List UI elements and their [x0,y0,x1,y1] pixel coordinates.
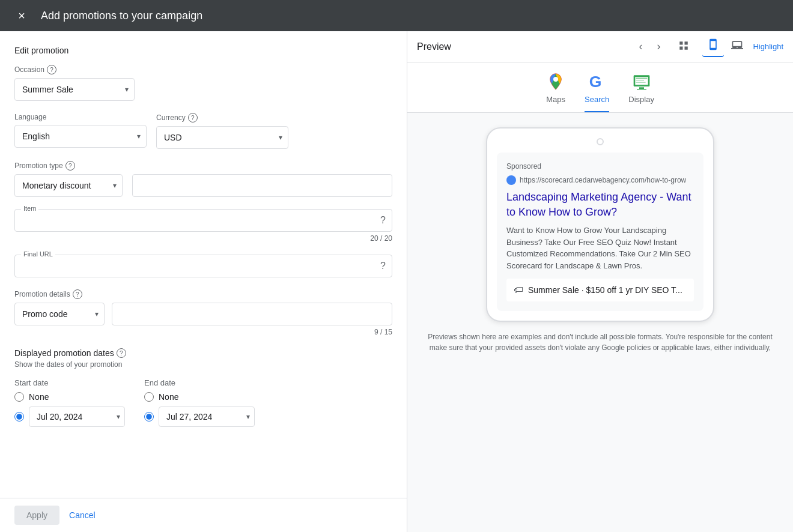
final-url-input[interactable]: https://offers.cedarwebagency.com/produc… [22,260,370,272]
promo-type-group: Promotion type ? Monetary discount Perce… [14,161,392,197]
right-panel: Preview ‹ › Highlight [407,31,793,532]
preview-prev-button[interactable]: ‹ [634,38,647,55]
modal-header: × Add promotions to your campaign [0,0,793,31]
url-field-label: Final URL [21,250,55,258]
tab-maps[interactable]: Maps [546,72,565,112]
svg-rect-1 [685,41,688,44]
promo-type-amount-row: Monetary discount Percent discount Up to… [14,174,392,197]
language-currency-row: Language English Spanish French ▾ Curren… [14,113,392,149]
url-help-icon[interactable]: ? [380,261,386,271]
svg-text:G: G [589,73,601,91]
phone-mockup: Sponsored https://scorecard.cedarwebagen… [486,127,714,322]
start-date-none-radio[interactable] [14,392,24,402]
mobile-device-button[interactable] [702,36,724,57]
currency-select[interactable]: USD EUR GBP [156,126,288,149]
occasion-select-wrapper: Summer Sale New Year's Valentine's Day ▾ [14,78,135,101]
desktop-device-button[interactable] [726,36,748,57]
svg-rect-3 [685,46,688,49]
occasion-help-icon[interactable]: ? [47,65,56,74]
ad-favicon-icon [506,175,516,185]
preview-next-button[interactable]: › [652,38,665,55]
tab-display-label: Display [628,95,654,104]
end-date-none-radio[interactable] [144,392,154,402]
dates-group: Displayed promotion dates ? Show the dat… [14,348,392,427]
language-select[interactable]: English Spanish French [14,125,147,148]
start-date-select[interactable]: Jul 20, 2024 [29,407,125,427]
tab-maps-label: Maps [546,95,565,104]
promo-type-select[interactable]: Monetary discount Percent discount Up to… [14,174,123,197]
amount-input[interactable]: $ 150.00 [132,174,392,197]
occasion-select[interactable]: Summer Sale New Year's Valentine's Day [14,78,135,101]
currency-label: Currency ? [156,113,288,122]
end-date-label: End date [144,378,255,387]
currency-select-wrapper: USD EUR GBP ▾ [156,126,288,149]
svg-point-4 [553,77,558,82]
start-date-select-wrapper: Jul 20, 2024 ▾ [14,407,125,427]
modal-title: Add promotions to your campaign [41,10,202,22]
end-date-none-label[interactable]: None [144,392,255,402]
preview-content: Sponsored https://scorecard.cedarwebagen… [407,113,793,532]
language-label: Language [14,113,147,121]
svg-rect-9 [636,80,643,80]
highlight-button[interactable]: Highlight [753,42,783,51]
language-select-wrapper: English Spanish French ▾ [14,125,147,148]
preview-title: Preview [417,41,629,52]
left-panel: Edit promotion Occasion ? Summer Sale Ne… [0,31,407,532]
close-button[interactable]: × [12,6,31,25]
tab-search[interactable]: G Search [585,72,609,112]
promo-type-label: Promotion type ? [14,161,392,171]
amount-input-wrapper: $ 150.00 [132,174,392,197]
ad-headline: Landscaping Marketing Agency - Want to K… [506,190,694,220]
svg-rect-11 [639,87,644,89]
promotion-text: Summer Sale · $150 off 1 yr DIY SEO T... [528,285,682,295]
end-date-dropdown: Jul 27, 2024 ▾ [159,407,255,427]
dates-help-icon[interactable]: ? [117,348,126,358]
promo-details-group: Promotion details ? Promo code None ▾ JU… [14,289,392,336]
promo-code-type-wrapper: Promo code None ▾ [14,303,105,325]
promo-details-help-icon[interactable]: ? [73,289,82,299]
ad-sponsored-label: Sponsored [506,162,694,171]
tab-display[interactable]: Display [628,72,654,112]
main-container: Edit promotion Occasion ? Summer Sale Ne… [0,31,793,532]
item-field-label: Item [21,205,38,212]
item-field-wrapper: Item 1 yr DIY SEO Toolkit ? [14,209,392,232]
start-date-dropdown: Jul 20, 2024 ▾ [29,407,125,427]
promo-type-help-icon[interactable]: ? [65,161,75,171]
occasion-label: Occasion ? [14,65,392,74]
end-date-select[interactable]: Jul 27, 2024 [159,407,255,427]
ad-card: Sponsored https://scorecard.cedarwebagen… [497,153,703,311]
phone-notch [597,138,604,145]
date-columns: Start date None Jul 20, 2024 ▾ [14,378,392,427]
tab-search-label: Search [585,95,609,104]
end-date-col: End date None Jul 27, 2024 ▾ [144,378,255,427]
start-date-col: Start date None Jul 20, 2024 ▾ [14,378,125,427]
end-date-select-wrapper: Jul 27, 2024 ▾ [144,407,255,427]
end-date-radio[interactable] [144,412,154,422]
section-title: Edit promotion [14,46,392,55]
promotion-tag: 🏷 Summer Sale · $150 off 1 yr DIY SEO T.… [506,279,694,301]
item-char-count: 20 / 20 [14,234,392,243]
cancel-button[interactable]: Cancel [69,510,96,520]
preview-header: Preview ‹ › Highlight [407,31,793,62]
item-help-icon[interactable]: ? [380,215,386,226]
item-input[interactable]: 1 yr DIY SEO Toolkit [22,214,384,226]
final-url-group: Final URL https://offers.cedarwebagency.… [14,255,392,277]
promo-type-select-wrapper: Monetary discount Percent discount Up to… [14,174,123,197]
start-date-none-label[interactable]: None [14,392,125,402]
start-date-radio[interactable] [14,412,24,422]
promo-code-type-select[interactable]: Promo code None [14,303,105,325]
apply-button[interactable]: Apply [14,506,59,525]
promo-code-input[interactable]: JUL150DOL [112,303,392,325]
footer-bar: Apply Cancel [0,498,407,532]
url-field-wrapper: Final URL https://offers.cedarwebagency.… [14,255,392,277]
start-date-label: Start date [14,378,125,387]
ad-url: https://scorecard.cedarwebagency.com/how… [520,176,686,184]
language-group: Language English Spanish French ▾ [14,113,147,148]
layout-grid-button[interactable] [675,38,693,56]
svg-rect-0 [680,41,683,44]
form-area: Edit promotion Occasion ? Summer Sale Ne… [0,31,407,498]
svg-point-13 [508,177,514,183]
currency-help-icon[interactable]: ? [188,113,198,122]
ad-description: Want to Know How to Grow Your Landscapin… [506,225,694,271]
svg-rect-12 [637,89,646,89]
